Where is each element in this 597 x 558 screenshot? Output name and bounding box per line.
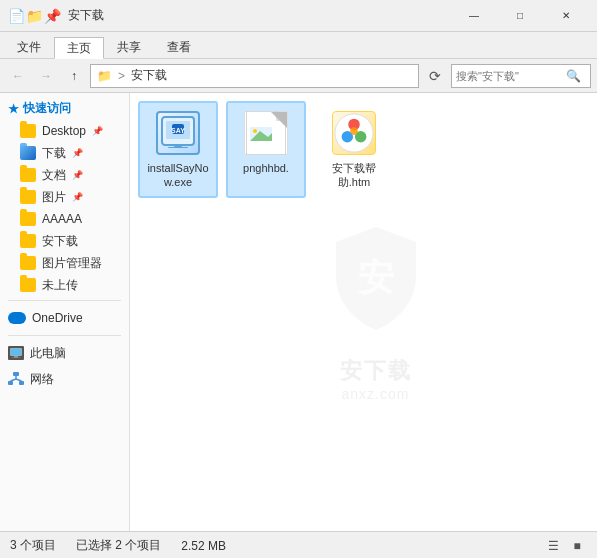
sidebar-item-upload[interactable]: 未上传	[0, 274, 129, 296]
sidebar-label-aaaaa: AAAAA	[42, 212, 82, 226]
sidebar-divider-1	[8, 300, 121, 301]
back-button[interactable]: ←	[6, 64, 30, 88]
sidebar-item-anxz[interactable]: 安下载	[0, 230, 129, 252]
watermark: 安 安下载 anxz.com	[316, 222, 436, 402]
file-item-exe[interactable]: SAY installSayNow.exe	[138, 101, 218, 198]
list-view-button[interactable]: ☰	[543, 536, 563, 556]
ribbon: 文件 主页 共享 查看	[0, 32, 597, 59]
htm-icon-wrap	[330, 109, 378, 157]
watermark-shield: 安	[316, 222, 436, 352]
window-buttons: — □ ✕	[451, 0, 589, 32]
svg-text:安: 安	[356, 257, 394, 298]
title-bar: 📄 📁 📌 安下载 — □ ✕	[0, 0, 597, 32]
folder-icon-picmanager	[20, 256, 36, 270]
search-box[interactable]: 🔍	[451, 64, 591, 88]
svg-rect-5	[8, 381, 13, 385]
main-area: ★ 快速访问 Desktop 📌 下载 📌 文档 📌 图片 📌	[0, 93, 597, 531]
address-current-folder: 安下载	[131, 67, 167, 84]
grid-view-button[interactable]: ■	[567, 536, 587, 556]
folder-icon-upload	[20, 278, 36, 292]
file-label-htm: 安下载帮助.htm	[332, 161, 376, 190]
file-label-png: pnghhbd.	[243, 161, 289, 175]
file-area[interactable]: 安 安下载 anxz.com SAY	[130, 93, 597, 531]
refresh-button[interactable]: ⟳	[423, 64, 447, 88]
sidebar-label-network: 网络	[30, 371, 54, 388]
watermark-text: 安下载	[316, 356, 436, 386]
folder-icon-aaaaa	[20, 212, 36, 226]
sidebar-item-desktop[interactable]: Desktop 📌	[0, 120, 129, 142]
folder-icon-pictures	[20, 190, 36, 204]
exe-icon: SAY	[156, 111, 200, 155]
close-button[interactable]: ✕	[543, 0, 589, 32]
sidebar-label-desktop: Desktop	[42, 124, 86, 138]
file-item-png[interactable]: PNG pnghhbd.	[226, 101, 306, 198]
sidebar-item-pictures[interactable]: 图片 📌	[0, 186, 129, 208]
search-input[interactable]	[456, 70, 566, 82]
sidebar-item-aaaaa[interactable]: AAAAA	[0, 208, 129, 230]
svg-rect-3	[12, 358, 20, 359]
exe-icon-wrap: SAY	[154, 109, 202, 157]
file-item-htm[interactable]: 安下载帮助.htm	[314, 101, 394, 198]
pin-icon-tb[interactable]: 📌	[44, 8, 60, 24]
status-bar: 3 个项目 已选择 2 个项目 2.52 MB ☰ ■	[0, 531, 597, 558]
svg-rect-4	[13, 372, 19, 376]
png-icon: PNG	[244, 111, 288, 155]
sidebar-label-picmanager: 图片管理器	[42, 255, 102, 272]
pin-icon-downloads: 📌	[72, 148, 83, 158]
folder-icon-tb[interactable]: 📁	[26, 8, 42, 24]
tab-share[interactable]: 共享	[104, 36, 154, 58]
svg-rect-1	[11, 349, 21, 355]
svg-rect-15	[174, 145, 182, 147]
pin-icon-documents: 📌	[72, 170, 83, 180]
quick-access-header[interactable]: ★ 快速访问	[0, 97, 129, 120]
tab-view[interactable]: 查看	[154, 36, 204, 58]
svg-rect-2	[14, 356, 18, 358]
sidebar-item-network[interactable]: 网络	[0, 366, 129, 392]
sidebar-label-pictures: 图片	[42, 189, 66, 206]
star-icon: ★	[8, 102, 19, 116]
forward-button[interactable]: →	[34, 64, 58, 88]
search-icon[interactable]: 🔍	[566, 69, 581, 83]
sidebar-label-documents: 文档	[42, 167, 66, 184]
status-total: 3 个项目	[10, 537, 56, 554]
pin-icon-pictures: 📌	[72, 192, 83, 202]
minimize-button[interactable]: —	[451, 0, 497, 32]
sidebar-label-anxz: 安下载	[42, 233, 78, 250]
ribbon-tabs: 文件 主页 共享 查看	[0, 32, 597, 58]
title-bar-controls: 📄 📁 📌	[8, 8, 60, 24]
address-separator: >	[118, 69, 125, 83]
status-selected: 已选择 2 个项目	[76, 537, 161, 554]
status-size: 2.52 MB	[181, 539, 226, 553]
address-path[interactable]: 📁 > 安下载	[90, 64, 419, 88]
tab-home[interactable]: 主页	[54, 37, 104, 59]
sidebar-divider-2	[8, 335, 121, 336]
sidebar-label-upload: 未上传	[42, 277, 78, 294]
onedrive-icon	[8, 312, 26, 324]
thispc-icon	[8, 346, 24, 360]
sidebar-label-thispc: 此电脑	[30, 345, 66, 362]
sidebar-item-picmanager[interactable]: 图片管理器	[0, 252, 129, 274]
svg-point-27	[350, 127, 358, 135]
quick-access-section: ★ 快速访问 Desktop 📌 下载 📌 文档 📌 图片 📌	[0, 97, 129, 296]
sidebar-item-documents[interactable]: 文档 📌	[0, 164, 129, 186]
address-folder-icon: 📁	[97, 69, 112, 83]
file-label-exe: installSayNow.exe	[144, 161, 212, 190]
svg-point-21	[253, 129, 257, 133]
svg-line-8	[11, 379, 17, 381]
sidebar-item-downloads[interactable]: 下载 📌	[0, 142, 129, 164]
window-title: 安下载	[68, 7, 451, 24]
pin-icon-desktop: 📌	[92, 126, 103, 136]
maximize-button[interactable]: □	[497, 0, 543, 32]
quick-access-label: 快速访问	[23, 100, 71, 117]
folder-icon-downloads	[20, 146, 36, 160]
svg-line-9	[16, 379, 22, 381]
folder-icon-documents	[20, 168, 36, 182]
tab-file[interactable]: 文件	[4, 36, 54, 58]
network-icon	[8, 372, 24, 386]
quick-access-icon[interactable]: 📄	[8, 8, 24, 24]
sidebar-item-thispc[interactable]: 此电脑	[0, 340, 129, 366]
png-icon-wrap: PNG	[242, 109, 290, 157]
sidebar-item-onedrive[interactable]: OneDrive	[0, 305, 129, 331]
file-grid: SAY installSayNow.exe PNG	[138, 101, 589, 198]
up-button[interactable]: ↑	[62, 64, 86, 88]
